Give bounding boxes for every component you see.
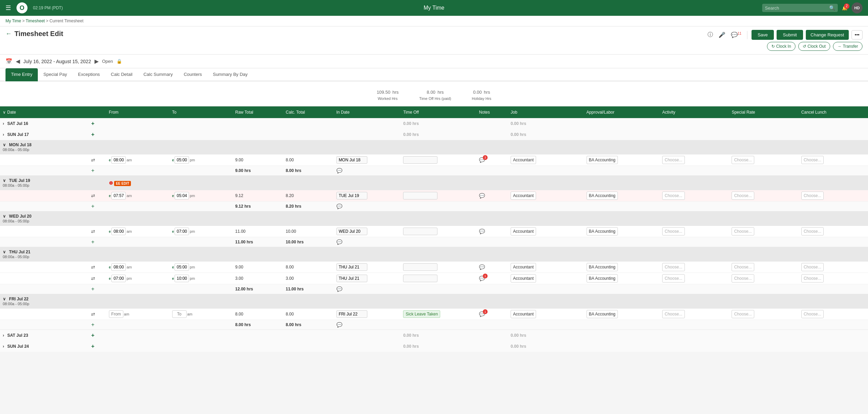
add-entry-icon[interactable]: +	[91, 131, 94, 137]
entry-to-cell[interactable]: e pm	[169, 154, 233, 166]
entry-timeoff-cell[interactable]	[400, 262, 476, 273]
entry-indate-cell[interactable]	[334, 226, 401, 237]
entry-from-cell[interactable]: e am	[106, 226, 169, 237]
add-entry-cell[interactable]	[88, 247, 106, 262]
total-notes-icon[interactable]: 💬	[336, 286, 342, 292]
collapse-icon[interactable]: ∨	[3, 297, 6, 301]
save-button[interactable]: Save	[752, 30, 774, 40]
transfer-button[interactable]: → Transfer	[833, 42, 863, 51]
entry-job-cell[interactable]: Accountant	[508, 226, 584, 237]
in-date-field[interactable]	[336, 192, 367, 199]
entry-swap-cell[interactable]: ⇄	[88, 262, 106, 273]
change-request-button[interactable]: Change Request	[806, 30, 849, 40]
entry-swap-cell[interactable]: ⇄	[88, 226, 106, 237]
cancel-lunch-choose[interactable]: Choose...	[801, 227, 824, 235]
entry-approval-cell[interactable]: BA Accounting	[584, 262, 660, 273]
entry-activity-cell[interactable]: Choose...	[659, 226, 729, 237]
entry-specrate-cell[interactable]: Choose...	[729, 273, 798, 284]
collapse-icon[interactable]: ∨	[3, 250, 6, 254]
add-entry-icon[interactable]: +	[91, 286, 94, 292]
entry-job-cell[interactable]: Accountant	[508, 262, 584, 273]
total-notes-icon[interactable]: 💬	[336, 322, 342, 327]
cancel-lunch-choose[interactable]: Choose...	[801, 310, 824, 318]
date-cell[interactable]: ∨ TUE Jul 19 08:00a - 05:00p	[0, 176, 88, 191]
entry-cancellunch-cell[interactable]: Choose...	[799, 309, 868, 320]
approval-value[interactable]: BA Accounting	[587, 274, 618, 283]
entry-activity-cell[interactable]: Choose...	[659, 154, 729, 166]
tab-special-pay[interactable]: Special Pay	[38, 68, 73, 81]
to-time-field[interactable]	[175, 192, 189, 199]
collapse-icon[interactable]: ∨	[3, 214, 6, 219]
entry-job-cell[interactable]: Accountant	[508, 309, 584, 320]
notes-icon[interactable]: 💬	[479, 193, 485, 198]
tab-calc-detail[interactable]: Calc Detail	[105, 68, 138, 81]
entry-specrate-cell[interactable]: Choose...	[729, 190, 798, 202]
swap-icon[interactable]: ⇄	[91, 311, 95, 317]
entry-notes-cell[interactable]: 💬 3	[476, 154, 508, 166]
date-cell[interactable]: › SUN Jul 17	[0, 129, 88, 140]
special-rate-choose[interactable]: Choose...	[732, 263, 754, 271]
activity-choose[interactable]: Choose...	[662, 192, 685, 200]
entry-to-cell[interactable]: e pm	[169, 262, 233, 273]
notes-icon-wrapper[interactable]: 💬 1	[479, 276, 485, 281]
entry-from-cell[interactable]: am	[106, 309, 169, 320]
activity-choose[interactable]: Choose...	[662, 227, 685, 235]
swap-icon[interactable]: ⇄	[91, 264, 95, 270]
entry-cancellunch-cell[interactable]: Choose...	[799, 273, 868, 284]
add-entry-icon[interactable]: +	[91, 332, 94, 338]
date-cell[interactable]: ∨ FRI Jul 22 08:00a - 05:00p	[0, 294, 88, 309]
total-add-cell[interactable]: +	[88, 237, 106, 247]
tab-exceptions[interactable]: Exceptions	[73, 68, 105, 81]
entry-timeoff-cell[interactable]	[400, 273, 476, 284]
notes-icon-wrapper[interactable]: 💬	[479, 193, 485, 198]
special-rate-choose[interactable]: Choose...	[732, 274, 754, 283]
notes-icon-wrapper[interactable]: 💬 3	[479, 157, 485, 163]
notes-icon[interactable]: 💬	[479, 229, 485, 234]
approval-value[interactable]: BA Accounting	[587, 227, 618, 235]
entry-approval-cell[interactable]: BA Accounting	[584, 273, 660, 284]
entry-timeoff-cell[interactable]	[400, 226, 476, 237]
job-value[interactable]: Accountant	[511, 156, 536, 164]
clock-in-button[interactable]: ↻ Clock In	[767, 42, 795, 51]
entry-cancellunch-cell[interactable]: Choose...	[799, 262, 868, 273]
activity-choose[interactable]: Choose...	[662, 156, 685, 164]
total-add-cell[interactable]: +	[88, 320, 106, 330]
search-input[interactable]	[765, 5, 829, 11]
total-notes-cell[interactable]: 💬	[334, 320, 508, 330]
entry-specrate-cell[interactable]: Choose...	[729, 262, 798, 273]
from-time-field[interactable]	[109, 310, 123, 318]
back-button[interactable]: ←	[5, 30, 12, 37]
entry-approval-cell[interactable]: BA Accounting	[584, 190, 660, 202]
approval-value[interactable]: BA Accounting	[587, 263, 618, 271]
entry-from-cell[interactable]: e am	[106, 190, 169, 202]
entry-to-cell[interactable]: e pm	[169, 190, 233, 202]
in-date-field[interactable]	[336, 310, 367, 318]
entry-swap-cell[interactable]: ⇄	[88, 309, 106, 320]
search-box[interactable]: 🔍	[762, 4, 838, 12]
add-entry-icon[interactable]: +	[91, 343, 94, 349]
time-off-field[interactable]	[403, 275, 437, 282]
entry-cancellunch-cell[interactable]: Choose...	[799, 154, 868, 166]
entry-timeoff-cell[interactable]	[400, 190, 476, 202]
activity-choose[interactable]: Choose...	[662, 263, 685, 271]
tab-counters[interactable]: Counters	[178, 68, 208, 81]
swap-icon[interactable]: ⇄	[91, 193, 95, 198]
add-entry-icon[interactable]: +	[91, 168, 94, 173]
expand-icon[interactable]: ›	[3, 333, 4, 338]
entry-activity-cell[interactable]: Choose...	[659, 273, 729, 284]
date-cell[interactable]: › SAT Jul 23	[0, 330, 88, 341]
entry-timeoff-cell[interactable]	[400, 154, 476, 166]
more-button[interactable]: •••	[852, 30, 863, 39]
activity-choose[interactable]: Choose...	[662, 310, 685, 318]
prev-period-button[interactable]: ◀	[16, 58, 20, 65]
breadcrumb-my-time[interactable]: My Time	[5, 19, 21, 23]
approval-value[interactable]: BA Accounting	[587, 310, 618, 318]
notes-icon-wrapper[interactable]: 💬 1	[479, 311, 485, 317]
time-off-field[interactable]	[403, 192, 437, 199]
job-value[interactable]: Accountant	[511, 263, 536, 271]
cancel-lunch-choose[interactable]: Choose...	[801, 263, 824, 271]
in-date-field[interactable]	[336, 263, 367, 271]
date-cell[interactable]: ∨ THU Jul 21 08:00a - 05:00p	[0, 247, 88, 262]
swap-icon[interactable]: ⇄	[91, 229, 95, 234]
total-add-cell[interactable]: +	[88, 284, 106, 294]
